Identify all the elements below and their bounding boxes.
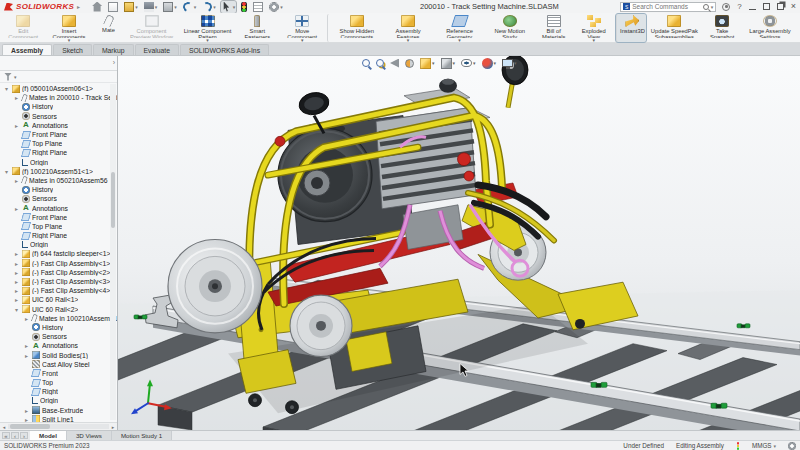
linear-component-pattern-button[interactable]: Linear Component Pattern ▾	[180, 14, 236, 42]
expander-icon[interactable]: ▸	[13, 177, 20, 184]
tree-item[interactable]: ▸ Mates in 200010 - Track Setting Ma	[0, 93, 117, 102]
tree-item[interactable]: History	[0, 102, 117, 111]
search-input[interactable]	[632, 3, 700, 10]
tree-item[interactable]: ▾ (f) 100210Assem51<1>	[0, 167, 117, 176]
rebuild-button[interactable]: ▾	[240, 1, 248, 13]
expander-icon[interactable]: ▾	[3, 168, 10, 175]
h-scroll-thumb[interactable]	[10, 424, 50, 429]
expander-icon[interactable]: ▸	[13, 122, 20, 129]
tree-item[interactable]: History	[0, 323, 117, 332]
expander-icon[interactable]: ▸	[13, 278, 20, 285]
options-button[interactable]: ▾	[268, 1, 284, 13]
tab-solidworks-add-ins[interactable]: SOLIDWORKS Add-Ins	[180, 44, 269, 55]
tree-item[interactable]: Top Plane	[0, 139, 117, 148]
motion-study-1-tab[interactable]: Motion Study 1	[112, 431, 172, 440]
display-style-button[interactable]: ▾	[441, 58, 456, 69]
smart-fasteners-button[interactable]: Smart Fasteners ▾	[236, 14, 280, 42]
featuremanager-tab[interactable]	[4, 58, 14, 68]
tree-item[interactable]: ▸ Annotations	[0, 203, 117, 212]
close-icon[interactable]: ×	[791, 3, 796, 10]
tab-nav-first-icon[interactable]: «	[2, 432, 10, 439]
scroll-left-icon[interactable]: ◂	[0, 424, 8, 430]
expander-icon[interactable]: ▸	[23, 352, 30, 359]
expander-icon[interactable]: ▾	[3, 85, 10, 92]
zoom-area-button[interactable]: ▾	[376, 59, 384, 67]
model-tab[interactable]: Model	[30, 431, 67, 440]
tree-horizontal-scrollbar[interactable]: ◂ ▸	[0, 422, 117, 430]
expander-icon[interactable]: ▸	[13, 205, 20, 212]
tree-item[interactable]: Right Plane	[0, 231, 117, 240]
expander-icon[interactable]: ▸	[13, 269, 20, 276]
help-icon[interactable]: ?	[737, 2, 741, 11]
3d-scene[interactable]	[118, 56, 800, 430]
rail-wheel-left[interactable]	[168, 240, 262, 333]
print-button[interactable]: ▾	[162, 1, 178, 13]
dimxpertmanager-tab[interactable]	[52, 58, 62, 68]
tab-sketch[interactable]: Sketch	[53, 44, 92, 55]
component-preview-window-button[interactable]: Component Preview Window ▾	[124, 14, 180, 42]
tree-item[interactable]: History	[0, 185, 117, 194]
tree-item[interactable]: ▸ Mates in 050210Assem56	[0, 176, 117, 185]
expander-icon[interactable]: ▸	[13, 260, 20, 267]
tree-vertical-scrollbar[interactable]	[110, 84, 116, 420]
tree-item[interactable]: Front	[0, 369, 117, 378]
update-speedpak-button[interactable]: Update SpeedPak Subassemblies ▾	[646, 14, 702, 42]
tab-nav-prev-icon[interactable]: ‹	[11, 432, 19, 439]
select-button[interactable]: ▾	[221, 1, 237, 13]
open-button[interactable]: ▾	[123, 1, 139, 13]
tree-item[interactable]: Right Plane	[0, 148, 117, 157]
view-orientation-button[interactable]: ▾	[420, 58, 435, 69]
search-caret-icon[interactable]: ▾	[711, 4, 714, 10]
tree-item[interactable]: Origin	[0, 240, 117, 249]
tree-item[interactable]: ▸ UIC 60 Rail<1>	[0, 295, 117, 304]
search-commands-box[interactable]: S ▾	[620, 2, 716, 12]
tree-item[interactable]: ▾ (f) 050010Assem06<1>	[0, 84, 117, 93]
instant3d-button[interactable]: Instant3D ▾	[616, 14, 647, 42]
tree-item[interactable]: Right	[0, 387, 117, 396]
expander-icon[interactable]: ▸	[13, 287, 20, 294]
tree-item[interactable]: ▸ (f) 644 fastclip sleeper<1>	[0, 249, 117, 258]
assembly-features-button[interactable]: Assembly Features ▾	[383, 14, 433, 42]
filter-icon[interactable]	[4, 73, 12, 81]
restore-icon[interactable]	[777, 3, 784, 10]
graphics-viewport[interactable]: ▾ ▾ ▾ ▾ ▾ ▾	[118, 56, 800, 430]
rear-roller[interactable]	[575, 319, 585, 329]
tree-item[interactable]: Front Plane	[0, 130, 117, 139]
take-snapshot-button[interactable]: Take Snapshot ▾	[702, 14, 742, 42]
tree-item[interactable]: Sensors	[0, 332, 117, 341]
tree-item[interactable]: Front Plane	[0, 213, 117, 222]
red-knob-left[interactable]	[275, 136, 285, 146]
expander-icon[interactable]: ▸	[23, 342, 30, 349]
expander-icon[interactable]: ▸	[23, 407, 30, 414]
tree-item[interactable]: Top	[0, 378, 117, 387]
tree-item[interactable]: Cast Alloy Steel	[0, 360, 117, 369]
configurationmanager-tab[interactable]	[36, 58, 46, 68]
new-motion-study-button[interactable]: New Motion Study ▾	[486, 14, 533, 42]
redo-button[interactable]: ▾	[201, 1, 217, 13]
edit-component-button[interactable]: Edit Component ▾	[2, 14, 45, 42]
red-knob-right[interactable]	[458, 153, 471, 166]
tree-item[interactable]: Origin	[0, 158, 117, 167]
tree-item[interactable]: ▸ Annotations	[0, 121, 117, 130]
tab-evaluate[interactable]: Evaluate	[135, 44, 179, 55]
save-button[interactable]: ▾	[143, 1, 159, 13]
expander-icon[interactable]: ▸	[13, 296, 20, 303]
section-view-button[interactable]: ▾	[405, 59, 414, 68]
tree-item[interactable]: ▸ Annotations	[0, 341, 117, 350]
tree-item[interactable]: ▾ UIC 60 Rail<2>	[0, 305, 117, 314]
tree-item[interactable]: ▸ (-) Fast Clip Assembly<4>	[0, 286, 117, 295]
panel-overflow-icon[interactable]: ›	[113, 59, 115, 66]
tree-item[interactable]: Sensors	[0, 194, 117, 203]
tab-nav-next-icon[interactable]: ›	[20, 432, 28, 439]
new-document-button[interactable]: ▾	[107, 1, 119, 13]
displaymanager-tab[interactable]	[68, 58, 78, 68]
move-component-button[interactable]: Move Component ▾	[279, 14, 325, 42]
status-options-icon[interactable]	[788, 442, 796, 450]
file-properties-button[interactable]: ▾	[252, 1, 264, 13]
large-assembly-settings-button[interactable]: Large Assembly Settings ▾	[742, 14, 798, 42]
home-button[interactable]: ▾	[91, 1, 103, 13]
exploded-view-button[interactable]: Exploded View ▾	[574, 14, 614, 42]
red-knob-right-2[interactable]	[464, 171, 474, 181]
rail-wheel-center[interactable]	[290, 295, 352, 357]
scroll-right-icon[interactable]: ▸	[109, 424, 117, 430]
